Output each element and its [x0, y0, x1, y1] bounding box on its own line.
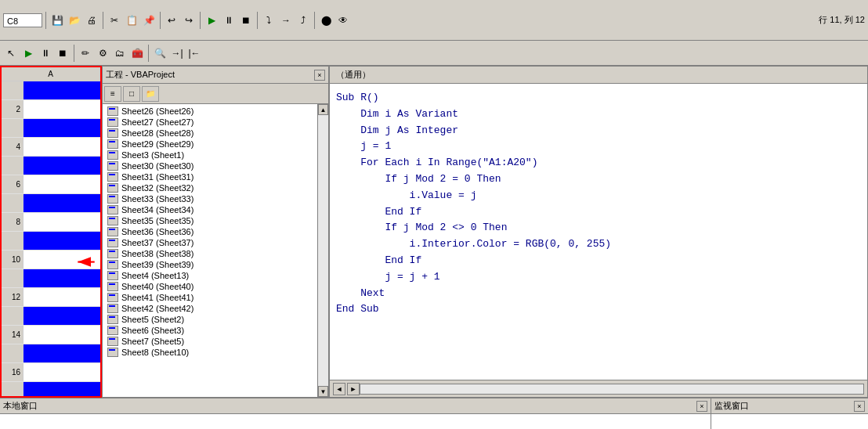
vba-view-code-btn[interactable]: ≡	[104, 86, 121, 102]
spreadsheet-header: A	[2, 67, 100, 81]
vba-tree-item[interactable]: Sheet4 (Sheet13)	[104, 270, 316, 281]
print-icon[interactable]: 🖨	[84, 13, 99, 28]
row-number: 12	[2, 288, 24, 306]
vba-tree-item[interactable]: Sheet3 (Sheet1)	[104, 150, 316, 160]
sheet-icon	[107, 172, 118, 182]
cell-data[interactable]	[24, 288, 100, 306]
code-scroll-left-btn[interactable]: ◄	[333, 383, 345, 395]
vba-tree-item[interactable]: Sheet27 (Sheet27)	[104, 117, 316, 128]
cell-data[interactable]	[24, 251, 100, 269]
vba-tree-item[interactable]: Sheet28 (Sheet28)	[104, 128, 316, 139]
redo-icon[interactable]: ↪	[181, 13, 197, 28]
code-content[interactable]: Sub R() Dim i As Variant Dim j As Intege…	[330, 84, 867, 380]
vba-tree-item[interactable]: Sheet39 (Sheet39)	[104, 259, 316, 270]
design-icon[interactable]: ✏	[78, 45, 93, 61]
properties-icon[interactable]: ⚙	[95, 45, 110, 61]
row-number	[2, 194, 24, 212]
vba-tree-item[interactable]: Sheet41 (Sheet41)	[104, 292, 316, 303]
vba-tree-item[interactable]: Sheet37 (Sheet37)	[104, 237, 316, 248]
bottom-right-title-bar: 监视窗口 ×	[711, 398, 868, 414]
arrow-icon[interactable]: ↖	[3, 45, 19, 61]
toolbox-icon[interactable]: 🧰	[129, 45, 145, 61]
breakpoint-icon[interactable]: ⬤	[318, 13, 334, 28]
vba-tree-item[interactable]: Sheet42 (Sheet42)	[104, 303, 316, 314]
cell-data[interactable]	[24, 344, 100, 362]
cell-data[interactable]	[24, 157, 100, 175]
code-line: End If	[336, 253, 861, 269]
bottom-left-close-btn[interactable]: ×	[696, 401, 707, 412]
run2-icon[interactable]: ▶	[20, 45, 36, 61]
vba-tree-item[interactable]: Sheet6 (Sheet3)	[104, 325, 316, 336]
run-icon[interactable]: ▶	[204, 13, 219, 28]
open-icon[interactable]: 📂	[67, 13, 82, 28]
toolbar-separator-8	[148, 45, 149, 62]
vba-view-object-btn[interactable]: □	[123, 86, 140, 102]
vba-tree-item[interactable]: Sheet32 (Sheet32)	[104, 182, 316, 193]
vba-tree-item-label: Sheet31 (Sheet31)	[121, 172, 193, 182]
step-over-icon[interactable]: →	[278, 13, 294, 28]
copy-icon[interactable]: 📋	[124, 13, 139, 28]
cell-data[interactable]	[24, 363, 100, 381]
stop2-icon[interactable]: ⏹	[55, 45, 71, 61]
spreadsheet-row	[2, 232, 100, 251]
cut-icon[interactable]: ✂	[107, 13, 122, 28]
vba-close-button[interactable]: ×	[314, 70, 325, 81]
outdent-icon[interactable]: |←	[186, 45, 202, 61]
vba-scrollbar[interactable]: ▲ ▼	[317, 104, 328, 397]
stop-icon[interactable]: ⏹	[238, 13, 254, 28]
vba-tree-item[interactable]: Sheet31 (Sheet31)	[104, 171, 316, 182]
vba-tree-item[interactable]: Sheet29 (Sheet29)	[104, 139, 316, 150]
row-number	[2, 382, 24, 398]
watch-icon[interactable]: 👁	[335, 13, 351, 28]
row-number	[2, 232, 24, 250]
vba-tree-item-label: Sheet5 (Sheet2)	[121, 315, 184, 324]
cell-data[interactable]	[24, 81, 100, 99]
code-scrollbar-horizontal[interactable]	[360, 384, 864, 395]
vba-tree-item[interactable]: Sheet38 (Sheet38)	[104, 248, 316, 259]
cell-data[interactable]	[24, 326, 100, 344]
paste-icon[interactable]: 📌	[141, 13, 157, 28]
indent-icon[interactable]: →|	[169, 45, 185, 61]
vba-toggle-folders-btn[interactable]: 📁	[142, 86, 159, 102]
vba-scroll-down-btn[interactable]: ▼	[318, 386, 328, 397]
cell-data[interactable]	[24, 307, 100, 325]
cell-data[interactable]	[24, 175, 100, 193]
cell-data[interactable]	[24, 138, 100, 156]
sheet-icon	[107, 150, 118, 160]
step-out-icon[interactable]: ⤴	[295, 13, 311, 28]
vba-tree-item[interactable]: Sheet7 (Sheet5)	[104, 336, 316, 347]
vba-title-text: 工程 - VBAProject	[106, 69, 175, 81]
vba-tree-item[interactable]: Sheet5 (Sheet2)	[104, 314, 316, 325]
bottom-right-close-btn[interactable]: ×	[854, 401, 865, 412]
vba-tree-item[interactable]: Sheet33 (Sheet33)	[104, 193, 316, 204]
vba-tree-item[interactable]: Sheet35 (Sheet35)	[104, 215, 316, 226]
save-icon[interactable]: 💾	[49, 13, 65, 28]
pause-icon[interactable]: ⏸	[221, 13, 237, 28]
find-icon[interactable]: 🔍	[152, 45, 168, 61]
vba-tree-item[interactable]: Sheet26 (Sheet26)	[104, 106, 316, 117]
vba-tree-item[interactable]: Sheet8 (Sheet10)	[104, 347, 316, 358]
cell-data[interactable]	[24, 232, 100, 250]
vba-tree-item[interactable]: Sheet30 (Sheet30)	[104, 160, 316, 171]
vba-tree-item[interactable]: Sheet40 (Sheet40)	[104, 281, 316, 292]
break-icon[interactable]: ⏸	[38, 45, 53, 61]
code-line: End If	[336, 204, 861, 221]
cell-data[interactable]	[24, 100, 100, 118]
cell-data[interactable]	[24, 194, 100, 212]
code-header-text: （通用）	[336, 69, 371, 81]
toolbar-separator-6	[314, 12, 315, 29]
sheet-icon	[107, 128, 118, 138]
code-scroll-right-btn[interactable]: ►	[347, 383, 360, 395]
vba-scroll-up-btn[interactable]: ▲	[318, 104, 328, 115]
step-in-icon[interactable]: ⤵	[261, 13, 277, 28]
vba-tree-item[interactable]: Sheet34 (Sheet34)	[104, 204, 316, 215]
cell-data[interactable]	[24, 119, 100, 137]
vba-tree-item[interactable]: Sheet36 (Sheet36)	[104, 226, 316, 237]
toolbar-row2: ↖ ▶ ⏸ ⏹ ✏ ⚙ 🗂 🧰 🔍 →| |←	[0, 41, 868, 66]
explorer-icon[interactable]: 🗂	[112, 45, 128, 61]
cell-data[interactable]	[24, 269, 100, 287]
vba-scroll-track[interactable]	[318, 115, 328, 386]
undo-icon[interactable]: ↩	[164, 13, 179, 28]
cell-data[interactable]	[24, 382, 100, 398]
cell-data[interactable]	[24, 213, 100, 231]
